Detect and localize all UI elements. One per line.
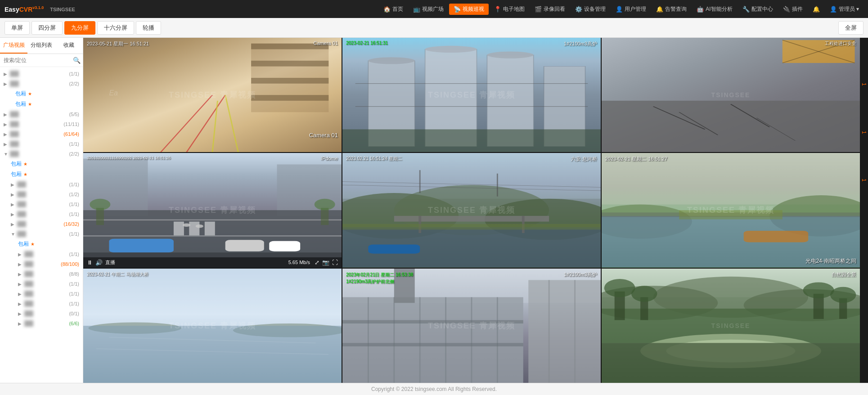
nav-alert[interactable]: 🔔 告警查询 xyxy=(652,4,691,15)
expand-icon: ▶ xyxy=(4,72,8,76)
nav-plugin[interactable]: 🔌 插件 xyxy=(778,4,807,15)
svg-point-92 xyxy=(604,279,635,297)
cam-timestamp-8: 2023年02月21日 星期二 16:53:381#2190m3高炉炉前北侧 xyxy=(346,271,413,285)
view-single[interactable]: 单屏 xyxy=(4,21,30,35)
nav-monitor[interactable]: 📡 视频巡视 xyxy=(449,4,489,15)
nav-plaza[interactable]: 📺 视频广场 xyxy=(409,4,448,15)
sub-toolbar: 单屏 四分屏 九分屏 十六分屏 轮播 全屏 xyxy=(0,18,868,38)
sidebar-list: ▶ (1/1) ▶ (2/2) 包厢 ★ 包厢 ★ xyxy=(0,67,83,383)
nav-map-label: 电子地图 xyxy=(503,5,525,13)
svg-point-39 xyxy=(183,224,190,227)
expand-icon: ▶ xyxy=(11,202,15,207)
view-carousel[interactable]: 轮播 xyxy=(136,21,161,35)
svg-point-44 xyxy=(315,199,335,210)
list-item[interactable]: ▶ (1/1) xyxy=(0,209,83,219)
monitor-icon: 📡 xyxy=(454,6,461,13)
nav-home[interactable]: 🏠 首页 xyxy=(379,4,408,15)
camera-cell-9[interactable]: 自然园全景 TSINGSEE xyxy=(602,269,860,383)
list-item[interactable]: 包厢 ★ xyxy=(0,99,83,109)
expand-icon: ▶ xyxy=(18,301,22,306)
camera-thumb xyxy=(10,141,19,147)
nav-ai[interactable]: 🤖 AI智能分析 xyxy=(692,4,737,15)
sidebar-tab-plaza[interactable]: 广场视频 xyxy=(0,38,27,54)
nav-bell[interactable]: 🔔 xyxy=(808,4,824,14)
nav-device[interactable]: ⚙️ 设备管理 xyxy=(571,4,610,15)
nav-map[interactable]: 📍 电子地图 xyxy=(490,4,529,15)
camera-cell-7[interactable]: 2023-02-21 午期二 马场湖大桥 TSINGSEE 青犀视频 xyxy=(83,269,342,383)
list-item[interactable]: ▶ (0/1) xyxy=(0,309,83,319)
list-item[interactable]: ▶ (8/8) xyxy=(0,269,83,279)
list-item[interactable]: ▶ (2/2) xyxy=(0,79,83,89)
bell-icon: 🔔 xyxy=(813,6,820,13)
cam-timestamp-1: 2023-05-21 星期一 16:51:21 xyxy=(87,40,149,47)
list-item[interactable]: 包厢 ★ xyxy=(0,159,83,169)
sidebar-item-count: (2/2) xyxy=(69,81,79,86)
svg-line-3 xyxy=(212,101,217,152)
drag-icon[interactable]: ⤢ xyxy=(315,259,319,266)
view-nine[interactable]: 九分屏 xyxy=(64,21,95,35)
list-item[interactable]: ▼ (2/2) xyxy=(0,149,83,159)
list-item[interactable]: ▶ (1/1) xyxy=(0,199,83,209)
camera-cell-5[interactable]: 2023.02.21 16:51:24 星期二 六安·息河桥 TSINGSEE … xyxy=(342,153,601,267)
list-item[interactable]: 包厢 ★ xyxy=(0,89,83,99)
nav-monitor-label: 视频巡视 xyxy=(463,5,484,13)
brand-name: TSINGSEE xyxy=(50,7,75,12)
sound-button[interactable]: 🔊 xyxy=(95,259,103,266)
expand-icon: ▶ xyxy=(18,272,22,277)
view-sixteen[interactable]: 十六分屏 xyxy=(97,21,134,35)
camera-cell-6[interactable]: 2023-02-21 星期二 16:51:27 TSINGSEE 青犀视频 光电… xyxy=(602,153,860,267)
list-item[interactable]: ▼ (1/1) xyxy=(0,229,83,239)
sidebar-tab-favorite[interactable]: 收藏 xyxy=(55,38,83,54)
nav-user[interactable]: 👤 用户管理 xyxy=(611,4,651,15)
list-item[interactable]: ▶ (88/100) xyxy=(0,259,83,269)
fullscreen-cam-button[interactable]: ⛶ xyxy=(332,259,338,266)
sidebar-item-count: (1/1) xyxy=(69,251,79,257)
cam-name-8: 1#2100m3高炉 xyxy=(564,271,597,278)
list-item[interactable]: ▶ (1/2) xyxy=(0,189,83,199)
list-item[interactable]: ▶ (61/64) xyxy=(0,129,83,139)
svg-rect-8 xyxy=(251,95,328,101)
list-item[interactable]: ▶ (1/1) xyxy=(0,69,83,79)
view-four[interactable]: 四分屏 xyxy=(31,21,63,35)
ai-icon: 🤖 xyxy=(697,6,704,13)
home-icon: 🏠 xyxy=(383,6,391,13)
sidebar-tab-group[interactable]: 分组列表 xyxy=(27,38,55,54)
plugin-icon: 🔌 xyxy=(783,6,790,13)
nav-playback[interactable]: 🎬 录像回看 xyxy=(530,4,570,15)
cam-label-1: Ea xyxy=(109,89,118,97)
sidebar-item-label: 包厢 xyxy=(11,160,22,168)
list-item[interactable]: ▶ (6/6) xyxy=(0,319,83,328)
list-item[interactable]: ▶ (1/1) xyxy=(0,299,83,309)
camera-cell-1[interactable]: 2023-05-21 星期一 16:51:21 Camera 01 Camera… xyxy=(83,38,342,152)
play-pause-button[interactable]: ⏸ xyxy=(87,259,93,266)
star-icon: ★ xyxy=(23,162,27,166)
screenshot-button[interactable]: 📷 xyxy=(322,259,329,266)
list-item[interactable]: ▶ (1/1) xyxy=(0,139,83,149)
svg-rect-64 xyxy=(744,231,809,242)
search-input[interactable] xyxy=(4,57,71,63)
list-item[interactable]: ▶ (1/1) xyxy=(0,279,83,289)
sidebar-item-count: (1/1) xyxy=(69,231,79,237)
nav-plugin-label: 插件 xyxy=(792,5,803,13)
camera-cell-4[interactable]: 32010200031316900292 2023-02-21 16:51:26… xyxy=(83,153,342,267)
list-item[interactable]: ▶ (16/32) xyxy=(0,219,83,229)
list-item[interactable]: ▶ (1/1) xyxy=(0,289,83,299)
list-item[interactable]: ▶ (11/11) xyxy=(0,119,83,129)
search-icon[interactable]: 🔍 xyxy=(73,57,81,64)
camera-thumb xyxy=(24,251,33,257)
list-item[interactable]: ▶ (1/1) xyxy=(0,180,83,189)
camera-cell-2[interactable]: 2023-02-21 16:51:31 1#2100m3高炉 TSINGSEE … xyxy=(342,38,601,152)
svg-rect-36 xyxy=(225,240,264,251)
camera-thumb xyxy=(10,131,19,137)
list-item[interactable]: ▶ (1/1) xyxy=(0,249,83,259)
camera-cell-8[interactable]: 2023年02月21日 星期二 16:53:381#2190m3高炉炉前北侧 1… xyxy=(342,269,601,383)
nav-config[interactable]: 🔧 配置中心 xyxy=(738,4,778,15)
fullscreen-button[interactable]: 全屏 xyxy=(838,21,864,35)
list-item[interactable]: 包厢 ★ xyxy=(0,239,83,249)
nav-admin[interactable]: 👤 管理员 ▾ xyxy=(825,4,864,15)
list-item[interactable]: 包厢 ★ xyxy=(0,169,83,180)
camera-cell-3[interactable]: 工程处进口安全 TSINGSEE xyxy=(602,38,860,152)
list-item[interactable]: ▶ (5/5) xyxy=(0,109,83,119)
app-version: v3.1.0 xyxy=(32,5,44,10)
expand-icon: ▶ xyxy=(18,282,22,287)
